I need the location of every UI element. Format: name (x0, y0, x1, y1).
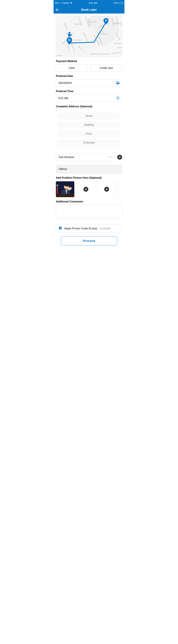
comments-textarea[interactable] (56, 205, 122, 218)
carrier-label: Carrier (62, 2, 69, 4)
problem-picture-thumbnail[interactable] (56, 181, 74, 197)
comments-heading: Additional Comments (56, 200, 122, 203)
svg-rect-27 (60, 228, 60, 230)
back-button[interactable] (55, 8, 59, 12)
plus-icon (83, 187, 88, 192)
wifi-icon (70, 2, 72, 4)
proceed-label: Proceed (83, 239, 95, 243)
plus-icon (104, 187, 109, 192)
chevron-down-icon (109, 156, 112, 159)
svg-point-14 (118, 84, 118, 84)
svg-point-10 (117, 83, 117, 83)
house-number-input[interactable] (58, 139, 120, 146)
floor-input[interactable] (58, 130, 120, 138)
content: Glen Rock Ackerman Ave Grove St Midland … (54, 14, 124, 248)
preferred-date-field[interactable]: 30/10/2019 (56, 79, 122, 87)
payment-method-heading: Payment Method (56, 60, 122, 63)
pictures-heading: Add Problem Picture Here (Optional) (56, 176, 122, 179)
svg-rect-23 (56, 184, 58, 186)
map-label: Ora (120, 24, 122, 26)
promo-code-field[interactable]: Apply Promo Code (If any) A1234566 (56, 224, 122, 233)
preferred-date-heading: Prefered Date (56, 75, 122, 78)
map-label: Paramus (101, 33, 107, 35)
payment-card-label: Credit card (100, 66, 113, 70)
svg-point-11 (118, 83, 118, 83)
map-label: River B (117, 47, 122, 48)
page-title: Book Later (81, 8, 97, 12)
map-label: Van Saun County Par (114, 42, 122, 44)
payment-card-button[interactable]: Credit card (90, 64, 122, 72)
svg-point-29 (60, 226, 61, 228)
svg-rect-7 (117, 83, 119, 84)
preferred-time-value: 8:41 AM (58, 97, 68, 100)
sub-services-select[interactable]: Sub Services (56, 153, 115, 161)
payment-cash-label: Cash (69, 66, 75, 70)
promo-code-value: A1234566 (100, 227, 110, 230)
add-picture-slot[interactable] (118, 181, 122, 197)
promo-label: Apply Promo Code (If any) (64, 227, 97, 230)
proceed-button[interactable]: Proceed (61, 236, 117, 246)
others-label: Others (59, 168, 67, 171)
status-right: 97% (114, 2, 123, 4)
preferred-time-heading: Prefered Time (56, 90, 122, 93)
add-picture-slot[interactable] (97, 181, 116, 197)
svg-point-12 (118, 83, 119, 83)
svg-point-3 (69, 39, 70, 40)
battery-icon (119, 2, 123, 4)
route-map[interactable]: Glen Rock Ackerman Ave Grove St Midland … (56, 16, 122, 57)
payment-cash-button[interactable]: Cash (56, 64, 88, 72)
svg-point-19 (118, 98, 118, 98)
preferred-date-value: 30/10/2019 (58, 82, 72, 84)
svg-rect-17 (118, 96, 118, 97)
signal-dots-icon (55, 2, 61, 4)
svg-rect-8 (117, 81, 117, 82)
add-picture-slot[interactable] (77, 181, 95, 197)
address-heading: Complete Address (Optional) (56, 105, 122, 108)
svg-point-5 (105, 20, 106, 21)
battery-pct: 97% (114, 2, 118, 4)
street-input[interactable] (58, 112, 120, 120)
picture-row (56, 181, 122, 197)
svg-point-13 (117, 84, 117, 84)
building-input[interactable] (58, 121, 120, 128)
map-label: Fair Lawn (74, 39, 82, 41)
calendar-icon (116, 81, 120, 85)
map-label: Hawthorne (65, 32, 73, 34)
nav-bar: Book Later (54, 6, 124, 14)
address-box (56, 110, 122, 149)
status-time: 9:41 AM (89, 2, 97, 4)
status-left: Carrier (55, 2, 72, 4)
svg-point-1 (71, 34, 72, 36)
map-label: Saddle River County Park (91, 53, 110, 55)
status-bar: Carrier 9:41 AM 97% (54, 0, 124, 6)
map-label: Grove St (90, 21, 96, 23)
preferred-time-field[interactable]: 8:41 AM (56, 94, 122, 102)
others-field[interactable]: Others (56, 165, 122, 174)
svg-rect-22 (57, 186, 58, 194)
stopwatch-icon (116, 96, 120, 100)
add-sub-service-button[interactable] (117, 155, 122, 160)
svg-rect-9 (118, 81, 119, 82)
sub-services-label: Sub Services (59, 156, 74, 159)
map-label: aterson (57, 55, 62, 56)
gift-icon (58, 226, 62, 231)
svg-point-15 (118, 84, 119, 84)
